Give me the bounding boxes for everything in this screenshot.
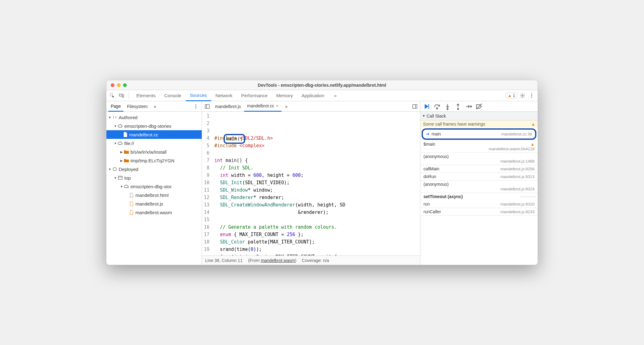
tree-folder[interactable]: ▶b/s/w/ir/x/w/install [106, 148, 202, 156]
more-tabs-button[interactable]: » [330, 90, 341, 101]
close-icon[interactable] [111, 83, 114, 87]
svg-rect-14 [413, 105, 417, 108]
stack-frame[interactable]: $main▲ mandelbrot.wasm:0x4118 [420, 140, 538, 153]
svg-point-7 [196, 104, 196, 105]
warning-icon: ▲ [508, 93, 512, 98]
tab-page[interactable]: Page [108, 101, 123, 112]
svg-rect-17 [428, 104, 429, 109]
tree-group-authored[interactable]: ▼Authored [106, 113, 202, 122]
debugger-pane: ▼Call Stack Some call frames have warnin… [420, 101, 538, 265]
editor-statusbar: Line 38, Column 11 (From mandelbrot.wasm… [202, 256, 420, 265]
svg-point-3 [522, 95, 523, 96]
window-title: DevTools - emscripten-dbg-stories.netlif… [106, 83, 538, 88]
editor-tab[interactable]: mandelbrot.js [212, 101, 244, 112]
inspect-element-icon[interactable] [108, 92, 116, 100]
stack-frame[interactable]: runmandelbrot.js:9320 [420, 200, 538, 208]
toggle-debugger-icon[interactable] [411, 102, 419, 110]
editor-pane: mandelbrot.jsmandelbrot.cc × » 123456789… [202, 101, 420, 265]
tab-application[interactable]: Application [297, 90, 328, 101]
cursor-position: Line 38, Column 11 [205, 258, 242, 263]
step-out-icon[interactable] [454, 103, 462, 110]
tree-file[interactable]: mandelbrot.html [106, 191, 202, 199]
device-toggle-icon[interactable] [118, 92, 126, 100]
separator [129, 92, 129, 99]
tree-cloud-origin[interactable]: ▼emscripten-dbg-stories [106, 122, 202, 130]
devtools-window: DevTools - emscripten-dbg-stories.netlif… [106, 80, 538, 265]
svg-rect-10 [118, 176, 122, 180]
tree-folder[interactable]: ▶tmp/tmp.ELcTq2YGN [106, 156, 202, 165]
tab-console[interactable]: Console [160, 90, 186, 101]
async-separator: setTimeout (async) [420, 193, 538, 200]
warnings-badge[interactable]: ▲ 1 [506, 93, 517, 98]
tab-sources[interactable]: Sources [186, 90, 211, 101]
svg-rect-12 [205, 105, 209, 108]
stack-frame[interactable]: ➔mainmandelbrot.cc:38 [423, 130, 535, 139]
more-editor-tabs[interactable]: » [282, 101, 291, 112]
svg-point-4 [531, 94, 532, 94]
debugger-toolbar [420, 101, 538, 112]
stack-frame[interactable]: (anonymous) mandelbrot.js:9324 [420, 181, 538, 193]
stack-frame[interactable]: (anonymous) mandelbrot.js:1488 [420, 153, 538, 165]
tree-file[interactable]: mandelbrot.js [106, 199, 202, 208]
settings-icon[interactable] [518, 92, 526, 100]
stack-frame[interactable]: runCallermandelbrot.js:9233 [420, 208, 538, 216]
file-tree: ▼Authored ▼emscripten-dbg-stories mandel… [106, 112, 202, 265]
minimize-icon[interactable] [117, 83, 121, 87]
code-editor[interactable]: 12345678910111213141516171819 main() #in… [202, 112, 420, 256]
navigator-menu-icon[interactable] [192, 102, 200, 110]
svg-point-18 [436, 108, 438, 109]
tab-filesystem[interactable]: Filesystem [125, 101, 150, 112]
tree-file-selected[interactable]: mandelbrot.cc [106, 130, 202, 139]
zoom-icon[interactable] [123, 83, 127, 87]
stack-frame[interactable]: doRunmandelbrot.js:9313 [420, 173, 538, 181]
tree-frame-top[interactable]: ▼top [106, 173, 202, 182]
callstack-header[interactable]: ▼Call Stack [420, 112, 538, 120]
step-over-icon[interactable] [433, 103, 441, 110]
panel-tabs: ElementsConsoleSourcesNetworkPerformance… [106, 90, 538, 101]
tree-cloud-origin[interactable]: ▼emscripten-dbg-stor [106, 182, 202, 191]
stack-frame[interactable]: callMainmandelbrot.js:9256 [420, 165, 538, 173]
step-icon[interactable] [465, 103, 472, 110]
svg-marker-16 [425, 104, 428, 109]
tree-file[interactable]: mandelbrot.wasm [106, 208, 202, 217]
toggle-navigator-icon[interactable] [203, 102, 211, 110]
line-gutter: 12345678910111213141516171819 [202, 112, 213, 256]
tab-elements[interactable]: Elements [132, 90, 160, 101]
editor-tabs: mandelbrot.jsmandelbrot.cc × » [202, 101, 420, 112]
main-area: Page Filesystem » ▼Authored ▼emscripten-… [106, 101, 538, 265]
step-into-icon[interactable] [444, 103, 451, 110]
svg-rect-2 [122, 95, 124, 97]
source-origin[interactable]: (From mandelbrot.wasm) [248, 258, 296, 263]
coverage: Coverage: n/a [302, 258, 329, 263]
navigator-tabs: Page Filesystem » [106, 101, 202, 112]
svg-rect-1 [119, 94, 122, 96]
svg-point-5 [531, 95, 532, 96]
warning-icon: ▲ [531, 122, 535, 127]
svg-point-6 [531, 97, 532, 98]
tab-performance[interactable]: Performance [237, 90, 272, 101]
tab-memory[interactable]: Memory [272, 90, 297, 101]
tab-network[interactable]: Network [211, 90, 237, 101]
svg-point-22 [457, 108, 459, 110]
tree-group-deployed[interactable]: ▼Deployed [106, 165, 202, 173]
svg-point-20 [447, 108, 448, 110]
navigator-pane: Page Filesystem » ▼Authored ▼emscripten-… [106, 101, 202, 265]
titlebar: DevTools - emscripten-dbg-stories.netlif… [106, 80, 538, 90]
svg-point-8 [196, 106, 196, 107]
close-tab-icon[interactable]: × [276, 104, 279, 108]
callstack-warning: Some call frames have warnings▲ [420, 120, 538, 128]
svg-rect-0 [110, 94, 113, 96]
deactivate-breakpoints-icon[interactable] [475, 103, 483, 110]
code-content: main() #include <SDL2/SDL.h>#include <co… [213, 112, 347, 256]
kebab-menu-icon[interactable] [528, 92, 536, 100]
traffic-lights [106, 83, 127, 87]
call-stack: ➔mainmandelbrot.cc:38 $main▲ mandelbrot.… [420, 128, 538, 216]
svg-point-24 [470, 106, 472, 107]
svg-point-9 [196, 107, 196, 108]
resume-icon[interactable] [423, 103, 430, 110]
editor-tab[interactable]: mandelbrot.cc × [244, 101, 282, 112]
more-navigator-tabs[interactable]: » [151, 101, 159, 112]
warning-count: 1 [513, 93, 515, 98]
tree-cloud-file[interactable]: ▼file:// [106, 139, 202, 148]
highlight-main: main() [224, 134, 245, 144]
